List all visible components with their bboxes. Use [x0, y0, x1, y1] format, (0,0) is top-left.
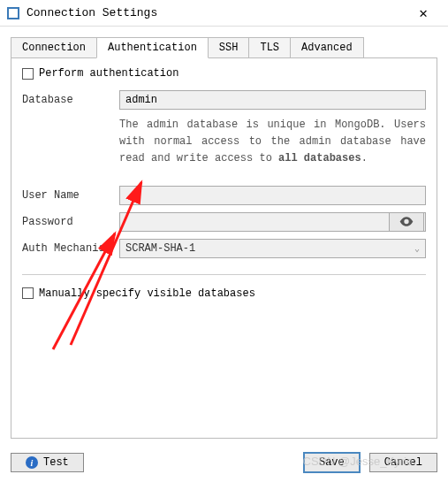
separator: [22, 274, 426, 275]
watermark: CSDN @Jesse_Kyrie: [303, 455, 413, 468]
password-input[interactable]: [119, 212, 426, 232]
database-input[interactable]: [119, 90, 426, 110]
username-label: User Name: [22, 189, 119, 202]
titlebar: Connection Settings ✕: [0, 0, 448, 27]
password-label: Password: [22, 216, 119, 228]
username-input[interactable]: [119, 186, 426, 205]
app-icon: [7, 7, 19, 19]
tabs: Connection Authentication SSH TLS Advanc…: [11, 37, 437, 58]
dialog-body: Connection Authentication SSH TLS Advanc…: [0, 27, 448, 449]
mechanism-value: SCRAM-SHA-1: [125, 242, 195, 255]
tab-tls[interactable]: TLS: [248, 37, 291, 57]
info-icon: i: [26, 456, 38, 469]
database-label: Database: [22, 94, 119, 106]
show-password-button[interactable]: [389, 212, 424, 232]
window-title: Connection Settings: [27, 6, 406, 19]
perform-auth-label: Perform authentication: [39, 67, 178, 80]
tabpanel-authentication: Perform authentication Database The admi…: [11, 58, 437, 439]
eye-icon: [399, 217, 414, 226]
manual-db-label: Manually specify visible databases: [39, 287, 255, 300]
tab-ssh[interactable]: SSH: [208, 37, 250, 57]
mechanism-select[interactable]: SCRAM-SHA-1 ⌄: [119, 239, 426, 258]
tab-connection[interactable]: Connection: [11, 37, 97, 57]
test-button[interactable]: i Test: [11, 453, 84, 472]
tab-advanced[interactable]: Advanced: [290, 37, 364, 57]
perform-auth-checkbox[interactable]: [22, 68, 34, 80]
mechanism-label: Auth Mechanism: [22, 242, 119, 255]
chevron-down-icon: ⌄: [414, 243, 420, 254]
tab-authentication[interactable]: Authentication: [96, 37, 209, 58]
manual-db-checkbox[interactable]: [22, 287, 34, 299]
close-icon[interactable]: ✕: [406, 4, 441, 22]
database-help: The admin database is unique in MongoDB.…: [119, 117, 426, 168]
